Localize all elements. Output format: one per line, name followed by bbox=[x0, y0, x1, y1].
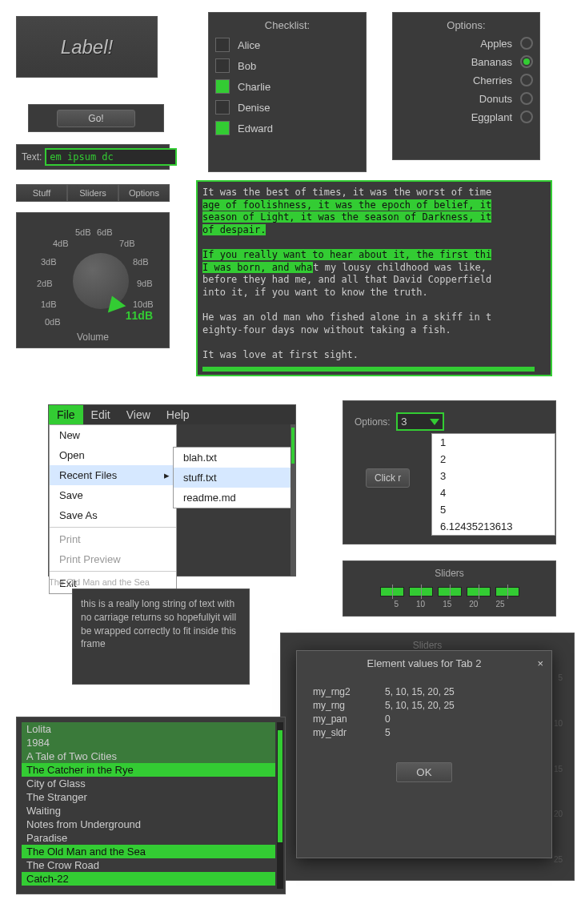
list-item[interactable]: 1984 bbox=[22, 736, 275, 749]
chevron-down-icon bbox=[430, 419, 439, 425]
label-panel: Label! bbox=[16, 16, 158, 78]
wrap-text: this is a really long string of text wit… bbox=[81, 598, 236, 649]
list-item[interactable]: Lolita bbox=[22, 722, 275, 736]
menu-view[interactable]: View bbox=[118, 405, 158, 424]
dd-preview: Print Preview bbox=[50, 549, 176, 569]
radio-icon bbox=[520, 110, 533, 123]
listbox[interactable]: Lolita 1984 A Tale of Two Cities The Cat… bbox=[22, 722, 285, 889]
go-button[interactable]: Go! bbox=[57, 110, 134, 127]
textarea-hscroll[interactable] bbox=[202, 367, 535, 372]
volume-value: 11dB bbox=[126, 309, 153, 322]
chevron-right-icon: ▸ bbox=[164, 469, 170, 481]
radio-donuts[interactable]: Donuts bbox=[399, 92, 533, 105]
radio-cherries[interactable]: Cherries bbox=[399, 74, 533, 86]
menu-separator bbox=[50, 527, 176, 528]
list-item[interactable]: The Stranger bbox=[22, 790, 275, 804]
list-item[interactable]: The Catcher in the Rye bbox=[22, 763, 275, 777]
radio-icon bbox=[520, 74, 533, 86]
listbox-panel: Lolita 1984 A Tale of Two Cities The Cat… bbox=[16, 717, 286, 894]
options-panel: Options: Apples Bananas Cherries Donuts … bbox=[392, 12, 540, 160]
click-button[interactable]: Click r bbox=[366, 468, 410, 488]
tab-stuff[interactable]: Stuff bbox=[16, 184, 67, 202]
go-panel: Go! bbox=[28, 104, 164, 132]
checklist-title: Checklist: bbox=[215, 19, 359, 31]
check-alice[interactable]: Alice bbox=[215, 38, 359, 52]
opt-3[interactable]: 3 bbox=[432, 468, 555, 484]
opt-4[interactable]: 4 bbox=[432, 484, 555, 501]
dd-save[interactable]: Save bbox=[50, 485, 176, 505]
dd-new[interactable]: New bbox=[50, 425, 176, 445]
list-item[interactable]: Waiting bbox=[22, 804, 275, 818]
opt-6[interactable]: 6.12435213613 bbox=[432, 518, 555, 535]
menu-edit[interactable]: Edit bbox=[83, 405, 118, 424]
radio-apples[interactable]: Apples bbox=[399, 37, 533, 50]
radio-icon bbox=[520, 37, 533, 50]
scroll-thumb[interactable] bbox=[278, 730, 282, 842]
recent-submenu: blah.txt stuff.txt readme.md bbox=[173, 447, 293, 508]
tabs: Stuff Sliders Options bbox=[16, 184, 170, 202]
dd-print: Print bbox=[50, 529, 176, 549]
label-text: Label! bbox=[61, 36, 113, 58]
wrap-panel: this is a really long string of text wit… bbox=[72, 589, 250, 685]
options2-panel: Options: 3 1 2 3 4 5 6.12435213613 Click… bbox=[343, 400, 556, 544]
scrollbar[interactable] bbox=[277, 722, 283, 889]
textarea[interactable]: It was the best of times, it was the wor… bbox=[196, 180, 552, 376]
options2-list: 1 2 3 4 5 6.12435213613 bbox=[431, 433, 555, 536]
sliders-panel: Sliders 5 10 15 20 25 bbox=[343, 560, 556, 617]
dd-recent[interactable]: Recent Files▸ bbox=[50, 465, 176, 485]
opt-1[interactable]: 1 bbox=[432, 434, 555, 451]
list-item[interactable]: City of Glass bbox=[22, 777, 275, 790]
volume-knob-panel: 0dB 1dB 2dB 3dB 4dB 5dB 6dB 7dB 8dB 9dB … bbox=[16, 212, 170, 348]
scrollbar[interactable] bbox=[290, 424, 295, 576]
list-item[interactable]: The Old Man and the Sea bbox=[22, 845, 275, 858]
options2-select[interactable]: 3 bbox=[396, 412, 444, 431]
text-input[interactable] bbox=[45, 148, 177, 166]
recent-readme[interactable]: readme.md bbox=[174, 488, 292, 508]
options2-label: Options: bbox=[355, 416, 391, 428]
vslider-axis: 5 10 15 20 25 bbox=[554, 673, 563, 864]
dd-saveas[interactable]: Save As bbox=[50, 505, 176, 525]
radio-icon bbox=[520, 55, 533, 68]
menu-separator bbox=[50, 571, 176, 572]
volume-title: Volume bbox=[17, 331, 169, 343]
text-panel: Text: bbox=[16, 144, 170, 170]
checkbox-icon bbox=[215, 79, 230, 94]
options-title: Options: bbox=[399, 19, 533, 31]
opt-5[interactable]: 5 bbox=[432, 501, 555, 518]
recent-blah[interactable]: blah.txt bbox=[174, 448, 292, 468]
dd-open[interactable]: Open bbox=[50, 445, 176, 465]
range-slider[interactable] bbox=[350, 587, 549, 597]
check-denise[interactable]: Denise bbox=[215, 100, 359, 114]
checkbox-icon bbox=[215, 38, 230, 52]
list-item[interactable]: Notes from Underground bbox=[22, 818, 275, 831]
recent-stuff[interactable]: stuff.txt bbox=[174, 468, 292, 488]
menu-panel: File Edit View Help New Open Recent File… bbox=[48, 404, 296, 576]
list-item[interactable]: Paradise bbox=[22, 831, 275, 845]
radio-bananas[interactable]: Bananas bbox=[399, 55, 533, 68]
radio-eggplant[interactable]: Eggplant bbox=[399, 110, 533, 123]
opt-2[interactable]: 2 bbox=[432, 451, 555, 468]
tab-sliders[interactable]: Sliders bbox=[67, 184, 118, 202]
menu-file[interactable]: File bbox=[49, 405, 83, 424]
file-dropdown: New Open Recent Files▸ Save Save As Prin… bbox=[49, 424, 177, 594]
list-item[interactable]: The Crow Road bbox=[22, 858, 275, 872]
radio-icon bbox=[520, 92, 533, 105]
check-bob[interactable]: Bob bbox=[215, 58, 359, 73]
close-icon[interactable]: × bbox=[537, 657, 543, 669]
text-label: Text: bbox=[22, 151, 42, 163]
check-edward[interactable]: Edward bbox=[215, 121, 359, 135]
checkbox-icon bbox=[215, 121, 230, 135]
check-charlie[interactable]: Charlie bbox=[215, 79, 359, 94]
menu-help[interactable]: Help bbox=[158, 405, 198, 424]
ok-button[interactable]: OK bbox=[396, 762, 451, 782]
dialog: Element values for Tab 2 × my_rng25, 10,… bbox=[296, 650, 552, 858]
checklist-panel: Checklist: Alice Bob Charlie Denise Edwa… bbox=[208, 12, 367, 172]
tab-options[interactable]: Options bbox=[118, 184, 170, 202]
checkbox-icon bbox=[215, 100, 230, 114]
checkbox-icon bbox=[215, 58, 230, 73]
list-item[interactable]: Catch-22 bbox=[22, 872, 275, 886]
menubar: File Edit View Help bbox=[49, 405, 295, 424]
peek-text: The Old Man and the Sea bbox=[49, 577, 150, 587]
sliders-title: Sliders bbox=[350, 568, 549, 579]
list-item[interactable]: A Tale of Two Cities bbox=[22, 749, 275, 763]
